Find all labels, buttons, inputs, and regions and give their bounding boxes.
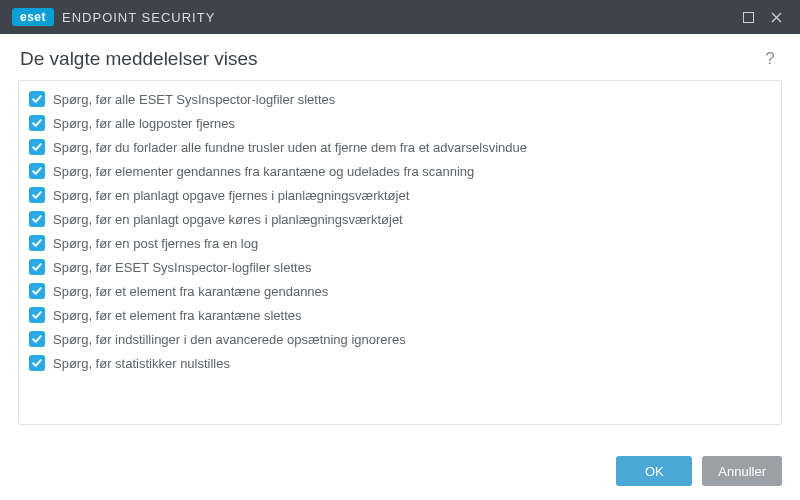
svg-rect-0 — [743, 12, 753, 22]
list-item[interactable]: Spørg, før en planlagt opgave køres i pl… — [23, 207, 777, 231]
list-item-label: Spørg, før ESET SysInspector-logfiler sl… — [53, 260, 311, 275]
check-icon — [31, 213, 43, 225]
checkbox[interactable] — [29, 115, 45, 131]
maximize-icon — [743, 12, 754, 23]
titlebar: eset ENDPOINT SECURITY — [0, 0, 800, 34]
check-icon — [31, 93, 43, 105]
list-item-label: Spørg, før alle ESET SysInspector-logfil… — [53, 92, 335, 107]
checkbox[interactable] — [29, 187, 45, 203]
check-icon — [31, 141, 43, 153]
checkbox[interactable] — [29, 307, 45, 323]
list-item[interactable]: Spørg, før du forlader alle fundne trusl… — [23, 135, 777, 159]
checkbox[interactable] — [29, 283, 45, 299]
help-icon: ? — [765, 49, 774, 68]
notification-list[interactable]: Spørg, før alle ESET SysInspector-logfil… — [18, 80, 782, 425]
list-item-label: Spørg, før en planlagt opgave køres i pl… — [53, 212, 403, 227]
check-icon — [31, 333, 43, 345]
checkbox[interactable] — [29, 211, 45, 227]
list-item-label: Spørg, før elementer gendannes fra karan… — [53, 164, 474, 179]
list-item-label: Spørg, før et element fra karantæne slet… — [53, 308, 302, 323]
list-item[interactable]: Spørg, før indstillinger i den avancered… — [23, 327, 777, 351]
checkbox[interactable] — [29, 139, 45, 155]
list-item-label: Spørg, før et element fra karantæne gend… — [53, 284, 328, 299]
check-icon — [31, 117, 43, 129]
list-item[interactable]: Spørg, før statistikker nulstilles — [23, 351, 777, 375]
brand-text: ENDPOINT SECURITY — [62, 10, 215, 25]
list-item-label: Spørg, før en post fjernes fra en log — [53, 236, 258, 251]
dialog-header: De valgte meddelelser vises ? — [0, 34, 800, 80]
check-icon — [31, 357, 43, 369]
window-close-button[interactable] — [762, 3, 790, 31]
dialog-footer: OK Annuller — [0, 444, 800, 500]
check-icon — [31, 237, 43, 249]
list-item-label: Spørg, før alle logposter fjernes — [53, 116, 235, 131]
check-icon — [31, 189, 43, 201]
list-item-label: Spørg, før indstillinger i den avancered… — [53, 332, 406, 347]
close-icon — [771, 12, 782, 23]
brand-badge: eset — [12, 8, 54, 26]
check-icon — [31, 165, 43, 177]
check-icon — [31, 261, 43, 273]
list-item[interactable]: Spørg, før elementer gendannes fra karan… — [23, 159, 777, 183]
list-item[interactable]: Spørg, før et element fra karantæne slet… — [23, 303, 777, 327]
checkbox[interactable] — [29, 235, 45, 251]
list-item[interactable]: Spørg, før et element fra karantæne gend… — [23, 279, 777, 303]
list-item[interactable]: Spørg, før en post fjernes fra en log — [23, 231, 777, 255]
check-icon — [31, 285, 43, 297]
list-item[interactable]: Spørg, før alle ESET SysInspector-logfil… — [23, 87, 777, 111]
list-item[interactable]: Spørg, før en planlagt opgave fjernes i … — [23, 183, 777, 207]
cancel-button[interactable]: Annuller — [702, 456, 782, 486]
list-item-label: Spørg, før statistikker nulstilles — [53, 356, 230, 371]
page-title: De valgte meddelelser vises — [20, 48, 258, 70]
checkbox[interactable] — [29, 355, 45, 371]
list-item[interactable]: Spørg, før ESET SysInspector-logfiler sl… — [23, 255, 777, 279]
checkbox[interactable] — [29, 331, 45, 347]
checkbox[interactable] — [29, 163, 45, 179]
ok-button[interactable]: OK — [616, 456, 692, 486]
check-icon — [31, 309, 43, 321]
list-item[interactable]: Spørg, før alle logposter fjernes — [23, 111, 777, 135]
list-item-label: Spørg, før du forlader alle fundne trusl… — [53, 140, 527, 155]
list-item-label: Spørg, før en planlagt opgave fjernes i … — [53, 188, 409, 203]
checkbox[interactable] — [29, 259, 45, 275]
window-maximize-button[interactable] — [734, 3, 762, 31]
checkbox[interactable] — [29, 91, 45, 107]
help-button[interactable]: ? — [760, 49, 780, 69]
